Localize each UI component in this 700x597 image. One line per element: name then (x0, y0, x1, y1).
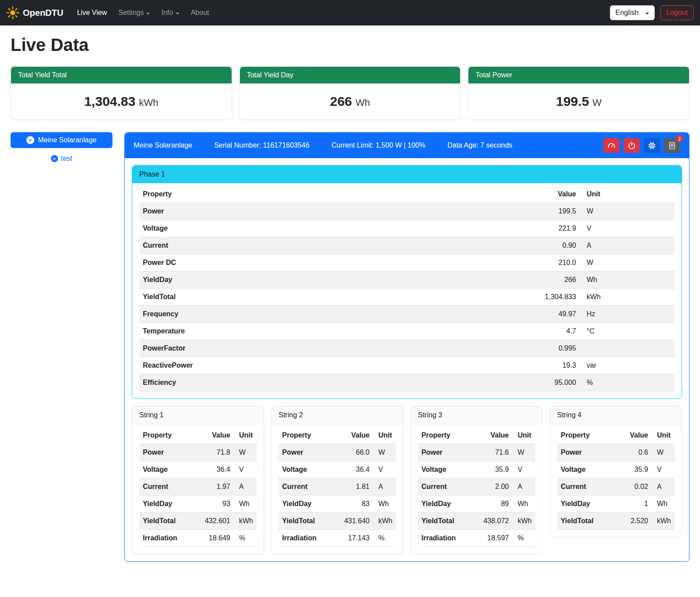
table-row: YieldTotal438.072kWh (418, 513, 535, 530)
event-count-badge: 2 (676, 135, 683, 142)
row-unit: V (373, 461, 396, 478)
limit-settings-button[interactable] (603, 138, 620, 153)
table-row: Current2.00A (418, 478, 535, 496)
row-unit: A (580, 237, 675, 254)
row-unit: W (234, 444, 257, 461)
row-value: 83 (336, 496, 373, 513)
row-unit: V (580, 220, 675, 237)
row-value: 35.9 (475, 461, 512, 478)
chevron-down-icon (146, 13, 150, 14)
table-row: Power0.6W (557, 444, 675, 461)
row-unit: kWh (234, 513, 257, 530)
row-unit: V (652, 461, 675, 478)
phase-title: Phase 1 (132, 166, 682, 183)
row-unit: A (373, 478, 396, 496)
table-row: Current1.97A (139, 478, 257, 496)
row-property: Power (557, 444, 615, 461)
test-inverter-label: test (61, 155, 73, 163)
table-row: Voltage36.4V (279, 461, 396, 478)
card-title: Total Yield Total (11, 67, 232, 83)
table-row: ReactivePower19.3var (139, 357, 675, 374)
row-value: 1.81 (336, 478, 373, 496)
row-property: Efficiency (139, 374, 518, 391)
brand[interactable]: OpenDTU (6, 6, 63, 19)
string-title: String 3 (411, 406, 542, 424)
table-row: Frequency49.97Hz (139, 306, 675, 323)
device-info-button[interactable] (644, 138, 660, 153)
strings-row: String 1 Property Value Unit (132, 406, 682, 554)
inverter-select-button[interactable]: ✓ Meine Solaranlage (11, 132, 112, 148)
string-title: String 2 (272, 406, 403, 424)
cpu-chip-icon (648, 141, 656, 150)
col-property: Property (557, 427, 615, 444)
inverter-name: Meine Solaranlage (134, 141, 192, 149)
col-value: Value (475, 427, 512, 444)
string-title: String 4 (550, 406, 682, 424)
row-value: 35.9 (615, 461, 652, 478)
table-header-row: Property Value Unit (418, 427, 535, 444)
logout-button[interactable]: Logout (660, 5, 694, 20)
test-inverter-link[interactable]: ✕ test (11, 155, 112, 163)
card-value-row: 1,304.83kWh (11, 83, 232, 119)
page-title: Live Data (11, 35, 689, 55)
row-property: Power (418, 444, 475, 461)
table-row: Current0.90A (139, 237, 675, 254)
table-row: YieldDay1Wh (557, 496, 675, 513)
row-property: YieldDay (418, 496, 475, 513)
sun-logo-icon (6, 6, 19, 19)
row-value: 89 (475, 496, 512, 513)
row-value: 1 (615, 496, 652, 513)
nav-item-settings[interactable]: Settings (112, 5, 156, 20)
row-unit: Wh (234, 496, 257, 513)
card-unit: kWh (139, 97, 158, 108)
event-log-button[interactable]: 2 (664, 138, 680, 153)
power-button[interactable] (624, 138, 640, 153)
x-circle-icon: ✕ (51, 155, 58, 162)
row-value: 1.97 (197, 478, 234, 496)
row-property: PowerFactor (139, 340, 518, 357)
table-header-row: Property Value Unit (139, 427, 257, 444)
row-unit: Wh (580, 271, 675, 289)
row-unit: Wh (652, 496, 675, 513)
table-row: Power71.6W (418, 444, 535, 461)
col-unit: Unit (234, 427, 257, 444)
row-unit: % (373, 530, 396, 547)
col-value: Value (518, 186, 580, 203)
nav-item-about[interactable]: About (185, 5, 215, 20)
inverter-panel: Meine Solaranlage Serial Number: 1161716… (124, 132, 689, 562)
row-property: Irradiation (418, 530, 475, 547)
row-unit: W (580, 254, 675, 271)
string-3-table: Property Value Unit Power71.6WVoltage35.… (418, 427, 535, 547)
row-unit: kWh (373, 513, 396, 530)
row-value: 1,304.833 (518, 289, 580, 306)
summary-cards: Total Yield Total 1,304.83kWh Total Yiel… (11, 66, 689, 120)
string-body: Property Value Unit Power66.0WVoltage36.… (272, 424, 403, 554)
row-unit: A (652, 478, 675, 496)
row-property: YieldDay (139, 496, 197, 513)
row-value: 199.5 (518, 203, 580, 220)
row-value: 18.597 (475, 530, 512, 547)
page-content: Live Data Total Yield Total 1,304.83kWh … (0, 25, 700, 575)
chevron-down-icon (176, 13, 179, 14)
current-limit: Current Limit: 1,500 W | 100% (331, 141, 425, 149)
row-value: 0.02 (615, 478, 652, 496)
row-unit: W (512, 444, 535, 461)
total-yield-total-card: Total Yield Total 1,304.83kWh (11, 66, 232, 120)
col-value: Value (336, 427, 373, 444)
data-age: Data Age: 7 seconds (447, 141, 512, 149)
inverter-panel-header: Meine Solaranlage Serial Number: 1161716… (125, 133, 689, 158)
row-property: Voltage (418, 461, 475, 478)
nav-item-info-label: Info (161, 9, 173, 17)
nav-item-info[interactable]: Info (156, 5, 185, 20)
row-unit: % (580, 374, 675, 391)
row-value: 438.072 (475, 513, 512, 530)
row-value: 66.0 (336, 444, 373, 461)
row-value: 49.97 (518, 306, 580, 323)
row-property: YieldDay (557, 496, 615, 513)
language-select[interactable]: English (610, 5, 655, 20)
nav-links: Live View Settings Info About (71, 5, 215, 20)
nav-item-live-view[interactable]: Live View (71, 5, 112, 20)
row-property: YieldTotal (418, 513, 475, 530)
string-3-card: String 3 Property Value Unit (410, 406, 543, 554)
table-row: Irradiation17.143% (279, 530, 396, 547)
